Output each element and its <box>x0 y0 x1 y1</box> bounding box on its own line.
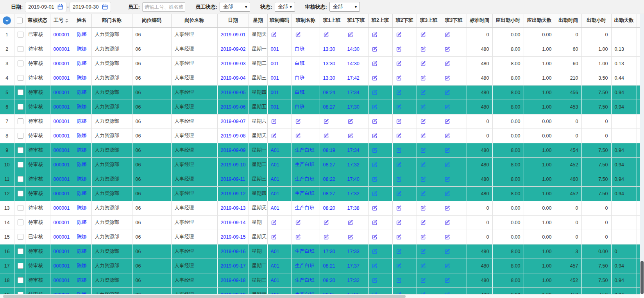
cell-link-b1_out[interactable]: 17:37 <box>347 263 360 269</box>
edit-icon[interactable] <box>347 118 353 124</box>
cell-link-name[interactable]: 陈娜 <box>77 46 87 52</box>
edit-icon[interactable] <box>420 176 426 182</box>
cell-link-shift_code[interactable]: A01 <box>271 191 279 196</box>
cell-link-name[interactable]: 陈娜 <box>77 248 87 254</box>
cell-link-b1_in[interactable]: 08:30 <box>323 278 335 283</box>
edit-icon[interactable] <box>420 234 426 240</box>
edit-icon[interactable] <box>444 219 450 225</box>
edit-icon[interactable] <box>444 248 450 254</box>
row-checkbox[interactable] <box>18 263 23 269</box>
cell-link-emp_no[interactable]: 000001 <box>54 90 70 95</box>
edit-icon[interactable] <box>372 277 377 283</box>
cell-link-name[interactable]: 陈娜 <box>77 263 87 268</box>
edit-icon[interactable] <box>396 191 402 196</box>
cell-link-b1_in[interactable]: 08:20 <box>323 205 335 211</box>
cell-link-b1_out[interactable]: 17:32 <box>347 278 360 283</box>
cell-link-b1_in[interactable]: 08:27 <box>323 104 335 110</box>
select-all-checkbox[interactable] <box>17 18 23 23</box>
cell-link-emp_no[interactable]: 000001 <box>54 263 70 269</box>
cell-link-shift_code[interactable]: A01 <box>271 278 279 283</box>
edit-icon[interactable] <box>323 118 329 124</box>
edit-icon[interactable] <box>372 61 377 66</box>
cell-link-date[interactable]: 2019-09-17 <box>221 263 246 269</box>
row-checkbox[interactable] <box>18 118 23 124</box>
edit-icon[interactable] <box>444 205 450 211</box>
cell-link-name[interactable]: 陈娜 <box>77 75 87 80</box>
edit-icon[interactable] <box>444 162 450 168</box>
edit-icon[interactable] <box>420 248 426 254</box>
edit-icon[interactable] <box>420 75 426 81</box>
row-checkbox[interactable] <box>18 234 23 240</box>
edit-icon[interactable] <box>444 104 450 110</box>
edit-icon[interactable] <box>396 133 402 139</box>
edit-icon[interactable] <box>396 89 402 95</box>
cell-link-shift_name[interactable]: 白班 <box>295 104 305 109</box>
edit-icon[interactable] <box>420 263 426 269</box>
cell-link-b1_in[interactable]: 13:30 <box>323 75 335 81</box>
edit-icon[interactable] <box>444 234 450 240</box>
edit-icon[interactable] <box>347 219 353 225</box>
cell-link-b1_out[interactable]: 17:33 <box>347 249 360 254</box>
edit-icon[interactable] <box>420 219 426 225</box>
row-checkbox[interactable] <box>18 46 23 52</box>
edit-icon[interactable] <box>295 32 301 37</box>
row-checkbox[interactable] <box>18 205 23 211</box>
edit-icon[interactable] <box>396 147 402 153</box>
edit-icon[interactable] <box>347 133 353 139</box>
cell-link-b1_out[interactable]: 17:34 <box>347 90 360 95</box>
edit-icon[interactable] <box>271 118 277 124</box>
edit-icon[interactable] <box>420 205 426 211</box>
cell-link-emp_no[interactable]: 000001 <box>54 32 70 37</box>
edit-icon[interactable] <box>396 205 402 211</box>
cell-link-name[interactable]: 陈娜 <box>77 162 87 167</box>
cell-link-emp_no[interactable]: 000001 <box>54 119 70 124</box>
cell-link-shift_code[interactable]: A01 <box>271 177 279 182</box>
cell-link-b1_out[interactable]: 17:30 <box>347 104 360 110</box>
cell-link-emp_no[interactable]: 000001 <box>54 278 70 283</box>
cell-link-b1_out[interactable]: 17:42 <box>347 75 360 81</box>
cell-link-shift_code[interactable]: A01 <box>271 148 279 153</box>
edit-icon[interactable] <box>444 191 450 196</box>
cell-link-emp_no[interactable]: 000001 <box>54 148 70 153</box>
edit-icon[interactable] <box>444 147 450 153</box>
edit-icon[interactable] <box>420 104 426 110</box>
cell-link-shift_name[interactable]: 生产白班 <box>295 248 315 254</box>
cell-link-emp_no[interactable]: 000001 <box>54 191 70 196</box>
cell-link-date[interactable]: 2019-09-03 <box>221 61 246 66</box>
edit-icon[interactable] <box>372 205 377 211</box>
cell-link-emp_no[interactable]: 000001 <box>54 61 70 66</box>
cell-link-shift_name[interactable]: 生产白班 <box>295 162 315 167</box>
edit-icon[interactable] <box>271 234 277 240</box>
date-to-input[interactable]: 2019-09-30 <box>70 2 111 12</box>
edit-icon[interactable] <box>372 32 377 37</box>
cell-link-date[interactable]: 2019-09-14 <box>221 220 246 225</box>
cell-link-b1_out[interactable]: 17:40 <box>347 177 360 182</box>
cell-link-name[interactable]: 陈娜 <box>77 32 87 37</box>
row-checkbox[interactable] <box>18 32 23 37</box>
cell-link-shift_name[interactable]: 白班 <box>295 46 305 52</box>
row-checkbox[interactable] <box>18 176 23 182</box>
row-checkbox[interactable] <box>18 191 23 196</box>
edit-icon[interactable] <box>420 147 426 153</box>
status-select[interactable]: 全部 ▼ <box>275 2 295 12</box>
cell-link-shift_name[interactable]: 生产白班 <box>295 277 315 283</box>
cell-link-name[interactable]: 陈娜 <box>77 219 87 225</box>
cell-link-shift_name[interactable]: 生产白班 <box>295 147 315 153</box>
edit-icon[interactable] <box>444 32 450 37</box>
cell-link-name[interactable]: 陈娜 <box>77 104 87 109</box>
edit-icon[interactable] <box>396 277 402 283</box>
edit-icon[interactable] <box>420 46 426 52</box>
edit-icon[interactable] <box>396 219 402 225</box>
edit-icon[interactable] <box>396 61 402 66</box>
cell-link-date[interactable]: 2019-09-06 <box>221 104 246 110</box>
cell-link-shift_code[interactable]: A01 <box>271 162 279 168</box>
cell-link-shift_name[interactable]: 生产白班 <box>295 191 315 196</box>
calendar-icon[interactable] <box>57 4 63 10</box>
edit-icon[interactable] <box>420 61 426 66</box>
calendar-icon[interactable] <box>102 4 108 10</box>
cell-link-shift_code[interactable]: 001 <box>271 104 279 110</box>
cell-link-name[interactable]: 陈娜 <box>77 147 87 153</box>
cell-link-shift_code[interactable]: A01 <box>271 249 279 254</box>
row-checkbox[interactable] <box>18 277 23 283</box>
cell-link-b1_in[interactable]: 13:30 <box>323 61 335 66</box>
